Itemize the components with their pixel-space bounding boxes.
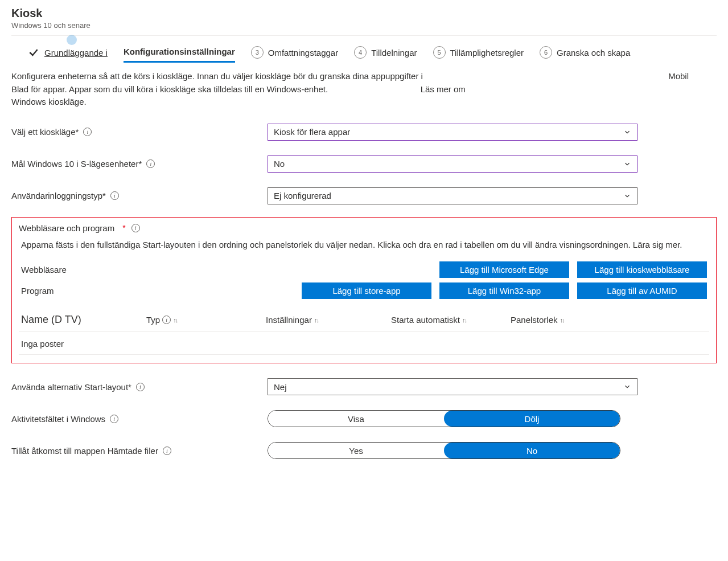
- page-title: Kiosk: [11, 7, 717, 20]
- checkmark-icon: [27, 46, 40, 59]
- downloads-label: Tillåt åtkomst till mappen Hämtade filer: [11, 446, 158, 456]
- tab-label: Konfigurationsinställningar: [124, 47, 235, 56]
- required-star-icon: *: [122, 223, 125, 232]
- col-settings[interactable]: Inställningar ↑↓: [266, 315, 385, 325]
- info-icon[interactable]: i: [163, 447, 171, 455]
- tab-label: Tillämplighetsregler: [450, 48, 524, 58]
- chevron-down-icon: [623, 192, 631, 200]
- logon-type-select[interactable]: Ej konfigurerad: [268, 187, 637, 204]
- s-mode-label: Mål Windows 10 i S-lägesenheter*: [11, 159, 142, 169]
- apps-table-header: Name (D TV) Typ i ↑↓ Inställningar ↑↓ St…: [19, 310, 709, 332]
- s-mode-select[interactable]: No: [268, 155, 637, 173]
- info-icon[interactable]: i: [136, 383, 145, 391]
- select-value: Ej konfigurerad: [274, 191, 331, 200]
- sort-icon[interactable]: ↑↓: [560, 317, 564, 324]
- section-description: Apparna fästs i den fullständiga Start-l…: [21, 239, 707, 252]
- info-icon[interactable]: i: [110, 191, 119, 200]
- intro-text: Mobil Konfigurera enheterna så att de kö…: [11, 70, 694, 109]
- info-icon[interactable]: i: [131, 224, 140, 232]
- add-kiosk-browser-button[interactable]: Lägg till kioskwebbläsare: [577, 261, 707, 278]
- col-type[interactable]: Typ i ↑↓: [146, 315, 260, 325]
- add-win32-app-button[interactable]: Lägg till Win32-app: [439, 282, 569, 299]
- section-title: Webbläsare och program: [19, 223, 114, 233]
- programs-row-label: Program: [21, 286, 203, 296]
- intro-line: Konfigurera enheterna så att de körs i k…: [11, 71, 423, 81]
- taskbar-label: Aktivitetsfältet i Windows: [11, 414, 105, 424]
- taskbar-toggle-hide[interactable]: Dölj: [444, 411, 620, 427]
- alt-start-layout-select[interactable]: Nej: [268, 378, 637, 395]
- chevron-down-icon: [623, 128, 631, 136]
- browsers-row-label: Webbläsare: [21, 265, 203, 275]
- info-icon[interactable]: i: [110, 415, 118, 423]
- tab-label: Granska och skapa: [557, 48, 630, 58]
- wizard-tabs: Grundläggande i Konfigurationsinställnin…: [11, 36, 717, 63]
- add-edge-button[interactable]: Lägg till Microsoft Edge: [439, 261, 569, 278]
- learn-more-link[interactable]: Läs mer om: [421, 84, 466, 94]
- info-icon[interactable]: i: [83, 128, 92, 136]
- downloads-toggle: Yes No: [268, 442, 620, 459]
- sort-icon[interactable]: ↑↓: [462, 317, 466, 324]
- tab-label: Omfattningstaggar: [268, 48, 338, 58]
- add-store-app-button[interactable]: Lägg till store-app: [302, 282, 431, 299]
- add-by-aumid-button[interactable]: Lägg till av AUMID: [577, 282, 707, 299]
- col-name[interactable]: Name (D TV): [21, 314, 141, 326]
- col-autostart[interactable]: Starta automatiskt ↑↓: [391, 315, 505, 325]
- sort-icon[interactable]: ↑↓: [314, 317, 318, 324]
- downloads-toggle-no[interactable]: No: [444, 443, 620, 458]
- sort-icon[interactable]: ↑↓: [173, 317, 177, 324]
- select-value: Nej: [274, 382, 287, 392]
- mobil-label: Mobil: [668, 70, 689, 83]
- step-number-icon: 5: [433, 46, 446, 59]
- chevron-down-icon: [623, 160, 631, 168]
- downloads-toggle-yes[interactable]: Yes: [268, 443, 444, 458]
- tab-basics[interactable]: Grundläggande i: [27, 46, 108, 63]
- step-number-icon: 6: [540, 46, 552, 59]
- intro-line: Blad för appar. Appar som du vill köra i…: [11, 84, 328, 94]
- chevron-down-icon: [623, 383, 631, 391]
- info-icon[interactable]: i: [162, 316, 171, 324]
- taskbar-toggle-show[interactable]: Visa: [268, 411, 444, 427]
- logon-type-label: Användarinloggningstyp*: [11, 191, 106, 200]
- table-empty-row: Inga poster: [19, 332, 709, 355]
- tab-assignments[interactable]: 4 Tilldelningar: [354, 46, 417, 63]
- tab-configuration-settings[interactable]: Konfigurationsinställningar: [124, 47, 235, 63]
- kiosk-mode-select[interactable]: Kiosk för flera appar: [268, 124, 637, 141]
- col-tilesize[interactable]: Panelstorlek ↑↓: [511, 315, 613, 325]
- step-number-icon: 3: [251, 46, 264, 59]
- tab-applicability-rules[interactable]: 5 Tillämplighetsregler: [433, 46, 524, 63]
- step-number-icon: 4: [354, 46, 367, 59]
- browsers-and-apps-section: Webbläsare och program * i Apparna fästs…: [11, 217, 717, 364]
- alt-start-layout-label: Använda alternativ Start-layout*: [11, 382, 131, 392]
- tab-label: Tilldelningar: [371, 48, 417, 58]
- page-subtitle: Windows 10 och senare: [11, 21, 717, 30]
- tab-label: Grundläggande i: [44, 48, 108, 58]
- kiosk-mode-label: Välj ett kioskläge*: [11, 127, 79, 137]
- info-icon[interactable]: i: [146, 159, 155, 168]
- select-value: No: [274, 159, 285, 169]
- tab-review-create[interactable]: 6 Granska och skapa: [540, 46, 630, 63]
- tab-scope-tags[interactable]: 3 Omfattningstaggar: [251, 46, 338, 63]
- intro-line: Windows kioskläge.: [11, 97, 87, 107]
- select-value: Kiosk för flera appar: [274, 127, 350, 137]
- taskbar-toggle: Visa Dölj: [268, 410, 620, 427]
